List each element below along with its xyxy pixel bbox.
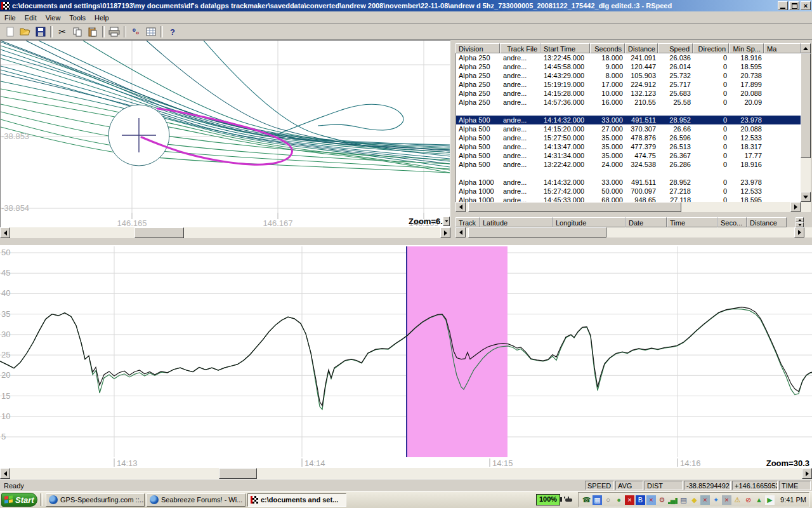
- runs-scroll-up-button[interactable]: [801, 43, 811, 53]
- messenger-icon[interactable]: ●: [614, 495, 624, 505]
- runs-column-distance[interactable]: Distance: [625, 43, 658, 53]
- table-row[interactable]: Alpha 250andre...14:45:58.0009.000120.44…: [456, 62, 801, 71]
- table-row[interactable]: Alpha 500andre...14:31:34.00035.000474.7…: [456, 151, 801, 160]
- table-row[interactable]: Alpha 500andre...14:14:32.00033.000491.5…: [456, 116, 801, 124]
- blocked-service-icon[interactable]: ⊘: [743, 495, 753, 505]
- table-row[interactable]: Alpha 500andre...15:27:50.00035.000478.8…: [456, 133, 801, 142]
- points-column-time[interactable]: Time: [667, 217, 717, 227]
- close-button[interactable]: ×: [801, 1, 811, 10]
- runs-column-division[interactable]: Division: [455, 43, 500, 53]
- table-row[interactable]: Alpha 1000andre...14:14:32.00033.000491.…: [456, 178, 801, 187]
- points-scroll-left-button[interactable]: [455, 227, 466, 237]
- decimal-digits-icon[interactable]: ⁰₀: [129, 25, 143, 38]
- points-column-longitude[interactable]: Longitude: [553, 217, 625, 227]
- map-scroll-thumb[interactable]: [134, 227, 184, 238]
- open-file-icon[interactable]: [18, 25, 32, 38]
- table-row[interactable]: Alpha 1000andre...15:27:42.00050.000700.…: [456, 187, 801, 196]
- table-row[interactable]: Alpha 250andre...14:15:28.00010.000132.1…: [456, 89, 801, 98]
- chart-scroll-left-button[interactable]: [0, 468, 10, 479]
- title-bar[interactable]: c:\documents and settings\01187193\my do…: [0, 0, 812, 11]
- table-row[interactable]: Alpha 250andre...14:57:36.00016.000210.5…: [456, 98, 801, 107]
- services-error-icon[interactable]: ⚙: [657, 495, 667, 505]
- new-document-icon[interactable]: [3, 25, 17, 38]
- signal-strength-icon[interactable]: ▂▄▆: [668, 495, 678, 505]
- runs-scroll-left-button[interactable]: [455, 202, 466, 212]
- users-error-icon[interactable]: ×: [646, 495, 656, 505]
- runs-vscrollbar[interactable]: [801, 43, 811, 202]
- copy-icon[interactable]: [70, 25, 84, 38]
- network-computer-icon[interactable]: ▤: [679, 495, 688, 505]
- start-button[interactable]: Start: [1, 493, 37, 507]
- map-scroll-left-button[interactable]: [0, 227, 10, 238]
- battery-meter[interactable]: 100%: [536, 494, 560, 505]
- taskbar-clock[interactable]: 9:41 PM: [780, 496, 806, 504]
- help-icon[interactable]: ?: [166, 25, 180, 38]
- phone-tool-icon[interactable]: ☎: [582, 495, 591, 505]
- points-hscrollbar[interactable]: [455, 227, 812, 237]
- runs-column-seconds[interactable]: Seconds: [590, 43, 625, 53]
- menu-view[interactable]: View: [41, 13, 65, 23]
- task-button[interactable]: c:\documents and set...: [247, 493, 346, 507]
- runs-column-speed[interactable]: Speed: [658, 43, 693, 53]
- task-button[interactable]: Seabreeze Forums! - Wi...: [147, 493, 246, 507]
- table-row[interactable]: Alpha 1000andre...14:45:33.00068.000948.…: [456, 196, 801, 202]
- paste-icon[interactable]: [86, 25, 100, 38]
- points-spin-up[interactable]: [796, 217, 804, 222]
- runs-vscroll-thumb[interactable]: [801, 53, 811, 158]
- menu-file[interactable]: File: [0, 13, 20, 23]
- tray-document-icon[interactable]: ▶: [765, 495, 775, 505]
- map-hscrollbar[interactable]: [0, 227, 450, 238]
- map-scroll-right-button[interactable]: [440, 227, 450, 238]
- table-row[interactable]: Alpha 500andre...14:13:47.00035.000477.3…: [456, 142, 801, 151]
- updates-icon[interactable]: ▲: [754, 495, 764, 505]
- runs-hscrollbar[interactable]: [455, 202, 811, 212]
- network-disconnected-icon[interactable]: ×: [700, 495, 710, 505]
- track-map[interactable]: -38.853-38.854146.165146.167146.169: [1, 41, 450, 227]
- chart-scroll-right-button[interactable]: [802, 468, 812, 479]
- table-row[interactable]: Alpha 250andre...13:22:45.00018.000241.0…: [456, 53, 801, 62]
- runs-column-direction[interactable]: Direction: [693, 43, 729, 53]
- points-column-seco-[interactable]: Seco...: [717, 217, 747, 227]
- table-row[interactable]: Alpha 500andre...14:15:20.00027.000370.3…: [456, 124, 801, 133]
- wireless-icon[interactable]: ✦: [711, 495, 721, 505]
- points-spin-down[interactable]: [796, 222, 804, 227]
- table-grid-icon[interactable]: [144, 25, 158, 38]
- vertical-splitter[interactable]: [450, 40, 455, 238]
- points-scroll-right-button[interactable]: [794, 227, 804, 237]
- search-tool-icon[interactable]: ○: [603, 495, 613, 505]
- power-plug-icon[interactable]: [564, 495, 574, 504]
- runs-column-track-file[interactable]: Track File: [500, 43, 540, 53]
- bluetooth-icon[interactable]: B: [636, 495, 645, 505]
- cut-icon[interactable]: ✂: [55, 25, 69, 38]
- minimize-button[interactable]: [778, 1, 788, 10]
- print-icon[interactable]: [107, 25, 121, 38]
- menu-tools[interactable]: Tools: [65, 13, 90, 23]
- points-column-track[interactable]: Track: [455, 217, 480, 227]
- restore-button[interactable]: [789, 1, 799, 10]
- runs-scroll-down-button[interactable]: [801, 192, 811, 202]
- chart-hscrollbar[interactable]: [0, 468, 812, 479]
- menu-help[interactable]: Help: [90, 13, 114, 23]
- display-settings-icon[interactable]: ▦: [593, 495, 602, 505]
- points-column-date[interactable]: Date: [625, 217, 667, 227]
- save-icon[interactable]: [34, 25, 48, 38]
- table-row[interactable]: Alpha 250andre...15:19:19.00017.000224.9…: [456, 80, 801, 89]
- task-button[interactable]: GPS-Speedsurfing.com ::...: [46, 493, 145, 507]
- points-column-latitude[interactable]: Latitude: [480, 217, 553, 227]
- points-column-distance[interactable]: Distance: [747, 217, 787, 227]
- map-zoom-dropdown[interactable]: [443, 217, 450, 226]
- horizontal-splitter[interactable]: [0, 238, 812, 245]
- table-row[interactable]: Alpha 500andre...13:22:42.00024.000324.5…: [456, 160, 801, 169]
- runs-column-min-sp-[interactable]: Min Sp...: [729, 43, 764, 53]
- chart-scroll-thumb[interactable]: [219, 468, 257, 479]
- lan-disconnected-icon[interactable]: ×: [722, 495, 731, 505]
- antivirus-error-icon[interactable]: ×: [625, 495, 634, 505]
- runs-column-start-time[interactable]: Start Time: [540, 43, 590, 53]
- table-row[interactable]: Alpha 250andre...14:43:29.0008.000105.90…: [456, 71, 801, 80]
- runs-scroll-right-button[interactable]: [790, 202, 801, 212]
- speed-chart[interactable]: 504540353025201510514:1314:1414:1514:16Z…: [0, 245, 812, 468]
- notes-icon[interactable]: ◆: [690, 495, 699, 505]
- points-hscroll-thumb[interactable]: [468, 227, 606, 237]
- runs-column-ma[interactable]: Ma: [764, 43, 801, 53]
- menu-edit[interactable]: Edit: [20, 13, 41, 23]
